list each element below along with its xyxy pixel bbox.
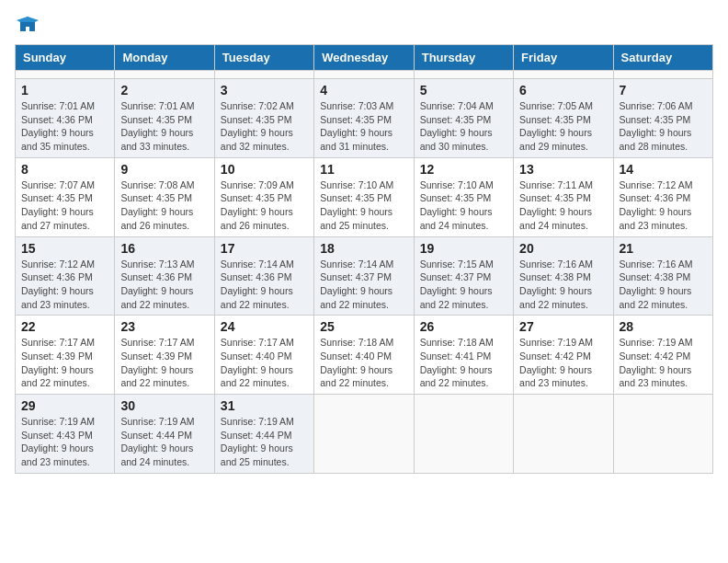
header-day-wednesday: Wednesday: [314, 45, 414, 71]
day-info: Sunrise: 7:19 AMSunset: 4:44 PMDaylight:…: [221, 415, 308, 469]
calendar-cell: 23Sunrise: 7:17 AMSunset: 4:39 PMDayligh…: [115, 316, 214, 395]
day-info: Sunrise: 7:19 AMSunset: 4:43 PMDaylight:…: [21, 415, 108, 469]
day-info: Sunrise: 7:11 AMSunset: 4:35 PMDaylight:…: [519, 178, 607, 233]
day-info: Sunrise: 7:01 AMSunset: 4:35 PMDaylight:…: [120, 99, 208, 154]
week-row-2: 8Sunrise: 7:07 AMSunset: 4:35 PMDaylight…: [16, 157, 713, 236]
day-number: 28: [620, 319, 707, 334]
week-row-4: 22Sunrise: 7:17 AMSunset: 4:39 PMDayligh…: [16, 316, 713, 395]
calendar-cell: 15Sunrise: 7:12 AMSunset: 4:36 PMDayligh…: [16, 236, 115, 316]
day-number: 2: [120, 83, 208, 98]
calendar-cell: 3Sunrise: 7:02 AMSunset: 4:35 PMDaylight…: [214, 79, 313, 158]
calendar-cell: 18Sunrise: 7:14 AMSunset: 4:37 PMDayligh…: [314, 236, 414, 316]
day-info: Sunrise: 7:07 AMSunset: 4:35 PMDaylight:…: [21, 178, 108, 233]
day-number: 23: [120, 319, 208, 334]
calendar-cell: 4Sunrise: 7:03 AMSunset: 4:35 PMDaylight…: [314, 79, 414, 158]
day-info: Sunrise: 7:09 AMSunset: 4:35 PMDaylight:…: [221, 178, 308, 233]
calendar-cell: 16Sunrise: 7:13 AMSunset: 4:36 PMDayligh…: [115, 236, 214, 316]
day-number: 8: [21, 162, 108, 177]
day-number: 10: [221, 162, 308, 177]
day-number: 6: [519, 83, 607, 98]
header-day-thursday: Thursday: [414, 45, 513, 71]
day-number: 25: [320, 319, 407, 334]
day-number: 14: [620, 162, 707, 177]
calendar-cell: [16, 71, 115, 79]
calendar-cell: 19Sunrise: 7:15 AMSunset: 4:37 PMDayligh…: [414, 236, 513, 316]
week-row-1: 1Sunrise: 7:01 AMSunset: 4:36 PMDaylight…: [16, 79, 713, 158]
calendar-cell: 30Sunrise: 7:19 AMSunset: 4:44 PMDayligh…: [115, 395, 214, 474]
calendar-cell: 11Sunrise: 7:10 AMSunset: 4:35 PMDayligh…: [314, 157, 414, 236]
day-number: 31: [221, 398, 308, 413]
day-info: Sunrise: 7:04 AMSunset: 4:35 PMDaylight:…: [420, 99, 507, 154]
day-info: Sunrise: 7:15 AMSunset: 4:37 PMDaylight:…: [420, 258, 507, 312]
day-info: Sunrise: 7:19 AMSunset: 4:44 PMDaylight:…: [120, 415, 208, 469]
calendar-cell: 31Sunrise: 7:19 AMSunset: 4:44 PMDayligh…: [214, 395, 313, 474]
day-number: 11: [320, 162, 407, 177]
day-number: 9: [120, 162, 208, 177]
header-day-tuesday: Tuesday: [214, 45, 313, 71]
calendar-cell: [613, 71, 712, 79]
calendar-cell: 29Sunrise: 7:19 AMSunset: 4:43 PMDayligh…: [16, 395, 115, 474]
day-number: 22: [21, 319, 108, 334]
day-info: Sunrise: 7:13 AMSunset: 4:36 PMDaylight:…: [120, 258, 208, 312]
day-info: Sunrise: 7:17 AMSunset: 4:39 PMDaylight:…: [21, 336, 108, 390]
day-info: Sunrise: 7:16 AMSunset: 4:38 PMDaylight:…: [620, 258, 707, 312]
day-info: Sunrise: 7:12 AMSunset: 4:36 PMDaylight:…: [620, 178, 707, 233]
day-number: 3: [221, 83, 308, 98]
day-number: 24: [221, 319, 308, 334]
day-number: 4: [320, 83, 407, 98]
day-number: 26: [420, 319, 507, 334]
calendar-cell: 21Sunrise: 7:16 AMSunset: 4:38 PMDayligh…: [613, 236, 712, 316]
day-info: Sunrise: 7:08 AMSunset: 4:35 PMDaylight:…: [120, 178, 208, 233]
day-info: Sunrise: 7:01 AMSunset: 4:36 PMDaylight:…: [21, 99, 108, 154]
calendar-cell: [414, 71, 513, 79]
calendar-cell: 6Sunrise: 7:05 AMSunset: 4:35 PMDaylight…: [514, 79, 613, 158]
week-row-3: 15Sunrise: 7:12 AMSunset: 4:36 PMDayligh…: [16, 236, 713, 316]
calendar-cell: 13Sunrise: 7:11 AMSunset: 4:35 PMDayligh…: [514, 157, 613, 236]
calendar-cell: [314, 395, 414, 474]
day-number: 1: [21, 83, 108, 98]
day-number: 18: [320, 241, 407, 256]
calendar-cell: 12Sunrise: 7:10 AMSunset: 4:35 PMDayligh…: [414, 157, 513, 236]
calendar-cell: [414, 395, 513, 474]
calendar-cell: 2Sunrise: 7:01 AMSunset: 4:35 PMDaylight…: [115, 79, 214, 158]
calendar-cell: 8Sunrise: 7:07 AMSunset: 4:35 PMDaylight…: [16, 157, 115, 236]
day-number: 30: [120, 398, 208, 413]
day-info: Sunrise: 7:14 AMSunset: 4:36 PMDaylight:…: [221, 258, 308, 312]
calendar-cell: 28Sunrise: 7:19 AMSunset: 4:42 PMDayligh…: [613, 316, 712, 395]
calendar-cell: 14Sunrise: 7:12 AMSunset: 4:36 PMDayligh…: [613, 157, 712, 236]
header-day-sunday: Sunday: [16, 45, 115, 71]
day-info: Sunrise: 7:12 AMSunset: 4:36 PMDaylight:…: [21, 258, 108, 312]
calendar-cell: 22Sunrise: 7:17 AMSunset: 4:39 PMDayligh…: [16, 316, 115, 395]
day-number: 12: [420, 162, 507, 177]
calendar-cell: 7Sunrise: 7:06 AMSunset: 4:35 PMDaylight…: [613, 79, 712, 158]
day-number: 21: [620, 241, 707, 256]
calendar-table: SundayMondayTuesdayWednesdayThursdayFrid…: [15, 44, 713, 474]
day-number: 13: [519, 162, 607, 177]
calendar-cell: [613, 395, 712, 474]
day-number: 27: [519, 319, 607, 334]
header-day-saturday: Saturday: [613, 45, 712, 71]
logo-icon: [17, 15, 39, 37]
day-info: Sunrise: 7:05 AMSunset: 4:35 PMDaylight:…: [519, 99, 607, 154]
day-number: 7: [620, 83, 707, 98]
week-row-5: 29Sunrise: 7:19 AMSunset: 4:43 PMDayligh…: [16, 395, 713, 474]
calendar-cell: [514, 395, 613, 474]
calendar-cell: 24Sunrise: 7:17 AMSunset: 4:40 PMDayligh…: [214, 316, 313, 395]
calendar-cell: 26Sunrise: 7:18 AMSunset: 4:41 PMDayligh…: [414, 316, 513, 395]
day-number: 19: [420, 241, 507, 256]
calendar-cell: [214, 71, 313, 79]
calendar-cell: 10Sunrise: 7:09 AMSunset: 4:35 PMDayligh…: [214, 157, 313, 236]
header-day-monday: Monday: [115, 45, 214, 71]
calendar-cell: [514, 71, 613, 79]
logo: [15, 15, 39, 37]
header: [15, 15, 713, 37]
day-info: Sunrise: 7:17 AMSunset: 4:40 PMDaylight:…: [221, 336, 308, 390]
day-info: Sunrise: 7:06 AMSunset: 4:35 PMDaylight:…: [620, 99, 707, 154]
calendar-cell: [314, 71, 414, 79]
day-info: Sunrise: 7:18 AMSunset: 4:41 PMDaylight:…: [420, 336, 507, 390]
day-number: 20: [519, 241, 607, 256]
day-number: 16: [120, 241, 208, 256]
day-info: Sunrise: 7:10 AMSunset: 4:35 PMDaylight:…: [420, 178, 507, 233]
calendar-cell: [115, 71, 214, 79]
day-number: 17: [221, 241, 308, 256]
